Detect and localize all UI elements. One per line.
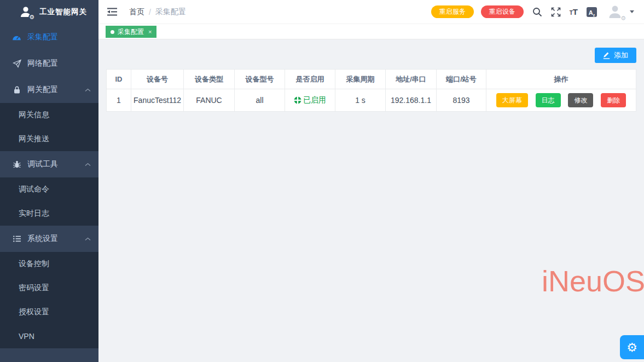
submenu-item-label: VPN [19, 332, 34, 341]
big-screen-button[interactable]: 大屏幕 [496, 93, 528, 107]
breadcrumb: 首页 / 采集配置 [129, 7, 186, 17]
enabled-label: 已启用 [303, 95, 326, 105]
bug-icon [12, 160, 21, 169]
tab-dot-icon [111, 30, 114, 34]
chevron-up-icon [85, 163, 91, 166]
search-icon[interactable] [532, 7, 542, 17]
col-header-device-type: 设备类型 [184, 70, 235, 89]
cell-id: 1 [107, 89, 131, 112]
chevron-up-icon [85, 237, 91, 241]
modify-button[interactable]: 修改 [568, 93, 593, 107]
sidebar-subitem-vpn[interactable]: VPN [0, 324, 98, 348]
sidebar-item-collect-config[interactable]: 采集配置 [0, 24, 98, 50]
fullscreen-icon[interactable] [551, 7, 561, 17]
add-button[interactable]: 添加 [595, 48, 636, 63]
submenu-item-label: 调试命令 [19, 185, 49, 194]
sidebar-subitem-password-settings[interactable]: 密码设置 [0, 276, 98, 300]
submenu-debug-tools: 调试命令 实时日志 [0, 177, 98, 226]
cell-period: 1 s [335, 89, 386, 112]
cell-enabled: 已启用 [285, 89, 335, 112]
font-size-icon[interactable]: TT [570, 8, 578, 16]
sidebar-item-system-settings[interactable]: 系统设置 [0, 226, 98, 252]
sidebar-subitem-auth-settings[interactable]: 授权设置 [0, 300, 98, 324]
submenu-gateway-config: 网关信息 网关推送 [0, 103, 98, 151]
device-table: ID 设备号 设备类型 设备型号 是否启用 采集周期 地址/串口 端口/站号 操… [106, 69, 636, 112]
col-header-address: 地址/串口 [386, 70, 437, 89]
add-button-label: 添加 [614, 50, 628, 60]
list-icon [12, 234, 21, 244]
breadcrumb-home[interactable]: 首页 [129, 7, 144, 17]
sidebar-subitem-realtime-log[interactable]: 实时日志 [0, 202, 98, 226]
status-badge: 已启用 [294, 95, 326, 105]
header-actions: 重启服务 重启设备 TT Az ⚙ [431, 4, 634, 20]
cell-port: 8193 [437, 89, 486, 112]
sidebar: ⚙ 工业智能网关 采集配置 网络配置 网关配置 [0, 0, 98, 362]
font-size-big-t: T [573, 8, 578, 16]
gear-icon: ⚙ [28, 14, 35, 21]
translate-sup: z [593, 13, 595, 17]
sidebar-item-label: 系统设置 [27, 234, 85, 244]
sidebar-item-label: 调试工具 [27, 159, 85, 169]
gear-icon: ⚙ [626, 341, 637, 354]
top-header: 首页 / 采集配置 重启服务 重启设备 TT Az [98, 0, 644, 24]
table-row: 1 FanucTest112 FANUC all 已启用 1 s 192. [107, 89, 636, 112]
tab-bar: 采集配置 × [98, 24, 644, 39]
sidebar-subitem-gateway-info[interactable]: 网关信息 [0, 103, 98, 127]
translate-letter: A [589, 8, 593, 17]
submenu-item-label: 授权设置 [19, 307, 49, 317]
app-logo: ⚙ 工业智能网关 [0, 0, 98, 24]
table-header-row: ID 设备号 设备类型 设备型号 是否启用 采集周期 地址/串口 端口/站号 操… [107, 70, 636, 89]
cell-address: 192.168.1.1 [386, 89, 437, 112]
cell-actions: 大屏幕 日志 修改 删除 [486, 89, 636, 112]
chevron-up-icon [85, 88, 91, 92]
sidebar-item-label: 采集配置 [27, 32, 91, 42]
breadcrumb-current: 采集配置 [155, 7, 186, 17]
restart-device-button[interactable]: 重启设备 [481, 5, 524, 18]
cell-device-model: all [235, 89, 285, 112]
submenu-item-label: 网关推送 [19, 134, 49, 144]
watermark: iNeuOS [542, 264, 644, 298]
submenu-item-label: 网关信息 [19, 110, 49, 120]
chevron-down-icon[interactable] [630, 10, 634, 13]
restart-service-button[interactable]: 重启服务 [431, 5, 474, 18]
col-header-enabled: 是否启用 [285, 70, 335, 89]
sidebar-subitem-device-control[interactable]: 设备控制 [0, 252, 98, 276]
col-header-device-model: 设备型号 [235, 70, 285, 89]
sidebar-subitem-debug-command[interactable]: 调试命令 [0, 177, 98, 202]
main-content: 添加 ID 设备号 设备类型 设备型号 是否启用 采集周期 地址/串口 端口/站… [98, 39, 644, 362]
submenu-item-label: 密码设置 [19, 283, 49, 293]
col-header-device-no: 设备号 [131, 70, 184, 89]
cell-device-type: FANUC [184, 89, 235, 112]
tab-label: 采集配置 [118, 27, 144, 37]
sidebar-item-network-config[interactable]: 网络配置 [0, 50, 98, 77]
breadcrumb-separator: / [149, 8, 151, 16]
close-icon[interactable]: × [148, 28, 152, 35]
submenu-item-label: 设备控制 [19, 259, 49, 269]
log-button[interactable]: 日志 [536, 93, 561, 107]
col-header-period: 采集周期 [335, 70, 386, 89]
cell-device-no: FanucTest112 [131, 89, 184, 112]
tab-collect-config[interactable]: 采集配置 × [106, 26, 156, 38]
dashboard-icon [12, 33, 21, 42]
sidebar-item-gateway-config[interactable]: 网关配置 [0, 77, 98, 103]
user-gear-logo-icon: ⚙ [19, 5, 33, 19]
delete-button[interactable]: 删除 [601, 93, 626, 107]
edit-pencil-icon [603, 51, 610, 59]
settings-fab-button[interactable]: ⚙ [620, 335, 644, 359]
col-header-port: 端口/站号 [437, 70, 486, 89]
menu-fold-icon[interactable] [107, 7, 119, 17]
translate-icon[interactable]: Az [587, 7, 597, 17]
sidebar-subitem-gateway-push[interactable]: 网关推送 [0, 127, 98, 151]
sidebar-item-label: 网关配置 [27, 85, 85, 95]
submenu-item-label: 实时日志 [19, 209, 49, 219]
app-title: 工业智能网关 [39, 7, 87, 17]
col-header-actions: 操作 [486, 70, 636, 89]
gear-icon: ⚙ [620, 15, 626, 21]
sidebar-item-debug-tools[interactable]: 调试工具 [0, 151, 98, 177]
submenu-system-settings: 设备控制 密码设置 授权设置 VPN [0, 252, 98, 348]
circle-plus-icon [294, 96, 301, 104]
sidebar-item-label: 网络配置 [27, 59, 91, 68]
lock-icon [12, 85, 21, 95]
user-avatar-icon[interactable]: ⚙ [607, 4, 623, 20]
send-icon [12, 59, 21, 68]
